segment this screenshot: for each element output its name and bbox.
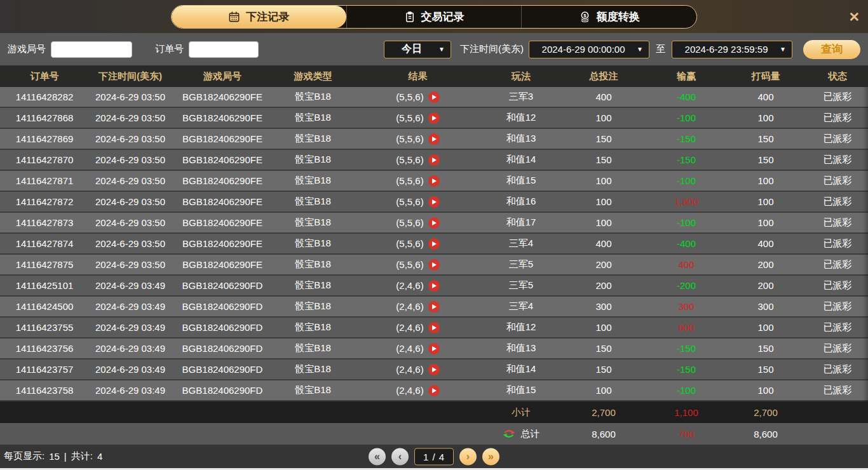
cell-total-bet: 100: [559, 385, 648, 396]
cell-play: 和值13: [483, 342, 559, 354]
cell-result: (2,4,6): [353, 343, 483, 354]
cell-total-bet: 200: [559, 280, 648, 291]
cell-turnover: 100: [724, 385, 807, 396]
cell-result: (2,4,6): [353, 280, 483, 292]
to-label: 至: [656, 43, 665, 55]
cell-order-id: 14116427875: [0, 259, 89, 270]
cell-play: 三军3: [483, 91, 559, 103]
cell-order-id: 14116423758: [0, 385, 89, 396]
cell-total-bet: 150: [559, 133, 648, 144]
cell-order-id: 14116427872: [0, 196, 89, 207]
column-header-play: 玩法: [483, 70, 559, 83]
replay-play-icon[interactable]: [428, 259, 440, 271]
cell-total-bet: 400: [559, 238, 648, 249]
cell-round-id: BGB182406290FD: [172, 301, 273, 312]
replay-play-icon[interactable]: [428, 175, 440, 187]
cell-win-loss: -150: [648, 133, 724, 144]
cell-order-id: 14116427869: [0, 133, 89, 144]
replay-play-icon[interactable]: [428, 133, 440, 145]
exchange-arrows-icon[interactable]: [503, 427, 515, 440]
scrollbar[interactable]: [863, 87, 868, 401]
cell-status: 已派彩: [807, 175, 868, 187]
cell-result: (2,4,6): [353, 364, 483, 375]
cell-status: 已派彩: [807, 384, 868, 396]
cell-bet-time: 2024-6-29 03:50: [89, 259, 172, 270]
close-icon[interactable]: ✕: [848, 10, 860, 24]
search-button[interactable]: 查询: [803, 40, 860, 59]
cell-status: 已派彩: [807, 133, 868, 145]
replay-play-icon[interactable]: [428, 217, 440, 229]
date-to-dropdown[interactable]: 2024-6-29 23:59:59 ▼: [672, 41, 792, 58]
result-value: (2,4,6): [396, 301, 423, 312]
per-page-value: 15: [49, 451, 60, 462]
date-from-dropdown[interactable]: 2024-6-29 00:00:00 ▼: [529, 41, 649, 58]
cell-bet-time: 2024-6-29 03:50: [89, 154, 172, 165]
column-header-win-loss: 输赢: [648, 70, 724, 83]
table-row: 14116427870 2024-6-29 03:50 BGB182406290…: [0, 150, 868, 171]
replay-play-icon[interactable]: [428, 91, 440, 103]
game-round-input[interactable]: [51, 41, 132, 58]
cell-result: (5,5,6): [353, 91, 483, 103]
cell-turnover: 100: [724, 322, 807, 333]
date-preset-dropdown[interactable]: 今日 ▼: [384, 41, 451, 58]
page-info: 每页显示: 15 | 共计: 4: [4, 450, 102, 462]
table-body: 14116428282 2024-6-29 03:50 BGB182406290…: [0, 87, 868, 401]
table-row: 14116423755 2024-6-29 03:49 BGB182406290…: [0, 318, 868, 339]
prev-page-button[interactable]: ‹: [391, 448, 409, 465]
column-header-turnover: 打码量: [724, 70, 807, 83]
next-page-button[interactable]: ›: [459, 448, 477, 465]
replay-play-icon[interactable]: [428, 112, 440, 124]
cell-round-id: BGB182406290FE: [172, 133, 273, 144]
bet-time-label: 下注时间(美东): [460, 43, 524, 55]
page-indicator[interactable]: 1 / 4: [414, 448, 454, 465]
cell-round-id: BGB182406290FE: [172, 217, 273, 228]
result-value: (5,5,6): [396, 133, 423, 144]
replay-play-icon[interactable]: [428, 343, 440, 354]
cell-turnover: 150: [724, 343, 807, 354]
cell-result: (2,4,6): [353, 301, 483, 312]
cell-win-loss: -100: [648, 175, 724, 186]
cell-turnover: 300: [724, 301, 807, 312]
cell-play: 三军5: [483, 258, 559, 271]
cell-total-bet: 400: [559, 91, 648, 102]
cell-game-type: 骰宝B18: [273, 321, 353, 333]
cell-game-type: 骰宝B18: [273, 196, 353, 208]
tab-transaction-records[interactable]: 交易记录: [346, 6, 522, 28]
result-value: (5,5,6): [396, 112, 423, 123]
filter-bar: 游戏局号 订单号 今日 ▼ 下注时间(美东) 2024-6-29 00:00:0…: [0, 33, 868, 65]
tab-quota-conversion[interactable]: $ 额度转换: [521, 6, 696, 28]
cell-win-loss: 600: [648, 322, 724, 333]
replay-play-icon[interactable]: [428, 238, 440, 250]
last-page-button[interactable]: »: [482, 448, 499, 465]
cell-win-loss: -100: [648, 385, 724, 396]
cell-win-loss: -200: [648, 280, 724, 291]
cell-play: 和值14: [483, 154, 559, 166]
cell-play: 和值15: [483, 384, 559, 396]
order-id-input[interactable]: [189, 41, 259, 58]
cell-round-id: BGB182406290FE: [172, 112, 273, 123]
replay-play-icon[interactable]: [428, 322, 440, 333]
replay-play-icon[interactable]: [428, 280, 440, 292]
replay-play-icon[interactable]: [428, 196, 440, 208]
cell-total-bet: 100: [559, 112, 648, 123]
cell-play: 和值14: [483, 363, 559, 375]
cell-bet-time: 2024-6-29 03:49: [89, 385, 172, 396]
cell-order-id: 14116424500: [0, 301, 89, 312]
cell-total-bet: 150: [559, 343, 648, 354]
replay-play-icon[interactable]: [428, 301, 440, 312]
game-round-label: 游戏局号: [8, 43, 46, 55]
per-page-label: 每页显示:: [4, 450, 44, 462]
cell-status: 已派彩: [807, 279, 868, 292]
first-page-button[interactable]: «: [369, 448, 386, 465]
cell-play: 和值17: [483, 217, 559, 229]
replay-play-icon[interactable]: [428, 364, 440, 375]
cell-bet-time: 2024-6-29 03:50: [89, 196, 172, 207]
cell-total-bet: 300: [559, 301, 648, 312]
cell-win-loss: -100: [648, 217, 724, 228]
cell-order-id: 14116423756: [0, 343, 89, 354]
result-value: (5,5,6): [396, 175, 423, 186]
replay-play-icon[interactable]: [428, 385, 440, 396]
replay-play-icon[interactable]: [428, 154, 440, 166]
tab-bet-records[interactable]: 下注记录: [172, 6, 346, 28]
result-value: (5,5,6): [396, 154, 423, 165]
